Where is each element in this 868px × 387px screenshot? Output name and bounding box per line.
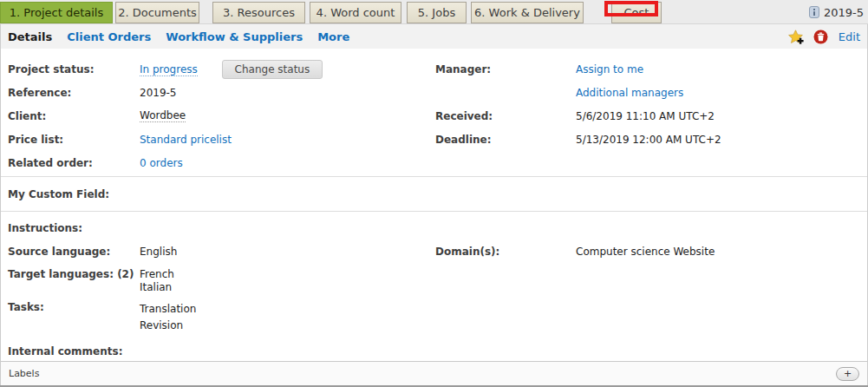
reference-label: Reference: <box>1 87 140 99</box>
price-list-label: Price list: <box>1 134 140 146</box>
client-label: Client: <box>1 110 140 122</box>
section-general: Project status: In progress Change statu… <box>1 49 867 177</box>
project-reference: 2019-5 <box>824 6 864 19</box>
subtab-actions: Edit <box>788 29 860 44</box>
field-row-related-order: Related order: 0 orders <box>1 151 867 174</box>
internal-comments-label: Internal comments: <box>1 345 140 357</box>
tab-documents[interactable]: 2. Documents <box>115 2 199 23</box>
main-tab-bar: 1. Project details 2. Documents 3. Resou… <box>0 0 868 24</box>
additional-managers-link[interactable]: Additional managers <box>576 87 683 99</box>
delete-icon[interactable] <box>813 29 829 44</box>
section-languages-right: Domain(s): Computer science Website <box>435 239 864 263</box>
received-value: 5/6/2019 11:10 AM UTC+2 <box>576 110 715 122</box>
section-custom-fields: My Custom Field: <box>1 177 867 212</box>
subtab-more[interactable]: More <box>317 30 349 43</box>
project-reference-group: 2019-5 <box>809 0 868 24</box>
tab-cost[interactable]: Cost <box>611 2 662 23</box>
field-row-instructions: Instructions: <box>1 216 867 239</box>
labels-bar: Labels + <box>1 361 867 385</box>
project-details-panel: Project status: In progress Change statu… <box>1 49 867 363</box>
manager-label: Manager: <box>435 63 576 75</box>
edit-link[interactable]: Edit <box>839 30 860 43</box>
domains-value: Computer science Website <box>576 246 715 258</box>
deadline-value: 5/13/2019 12:00 AM UTC+2 <box>576 134 721 146</box>
tab-project-details[interactable]: 1. Project details <box>0 2 113 23</box>
target-language-value: Italian <box>140 281 174 294</box>
field-row-tasks: Tasks: Translation Revision <box>1 298 867 338</box>
project-status-label: Project status: <box>1 63 140 75</box>
custom-field-label: My Custom Field: <box>1 188 109 200</box>
tab-resources[interactable]: 3. Resources <box>212 2 305 23</box>
field-row-additional-managers: Additional managers <box>435 81 864 104</box>
instructions-label: Instructions: <box>1 222 140 234</box>
field-row-internal-comments: Internal comments: <box>1 339 867 363</box>
domains-label: Domain(s): <box>435 246 576 258</box>
subtab-workflow-suppliers[interactable]: Workflow & Suppliers <box>166 30 303 43</box>
price-list-link[interactable]: Standard pricelist <box>140 134 232 146</box>
target-language-value: French <box>140 268 174 281</box>
source-language-value: English <box>140 246 177 258</box>
deadline-label: Deadline: <box>435 134 576 146</box>
section-general-right: Manager: Assign to me Additional manager… <box>435 57 864 151</box>
subtab-client-orders[interactable]: Client Orders <box>67 30 151 43</box>
field-row-target-languages: Target languages: (2) French Italian <box>1 263 867 298</box>
labels-title: Labels <box>9 368 39 379</box>
sub-tab-bar: Details Client Orders Workflow & Supplie… <box>1 24 867 49</box>
project-window: 1. Project details 2. Documents 3. Resou… <box>0 0 868 387</box>
reference-value: 2019-5 <box>140 87 177 99</box>
project-status-link[interactable]: In progress <box>140 63 198 76</box>
task-value: Translation <box>140 301 196 318</box>
related-order-link[interactable]: 0 orders <box>140 157 183 169</box>
field-row-deadline: Deadline: 5/13/2019 12:00 AM UTC+2 <box>435 128 864 151</box>
section-languages: Instructions: Source language: English T… <box>1 212 867 363</box>
body-wrap: Details Client Orders Workflow & Supplie… <box>0 24 868 385</box>
target-languages-label: Target languages: (2) <box>1 268 140 281</box>
info-icon <box>809 6 819 18</box>
related-order-label: Related order: <box>1 157 140 169</box>
add-label-button[interactable]: + <box>836 367 859 381</box>
field-row-domains: Domain(s): Computer science Website <box>435 239 864 263</box>
task-value: Revision <box>140 318 196 334</box>
field-row-received: Received: 5/6/2019 11:10 AM UTC+2 <box>435 104 864 128</box>
favorite-add-icon[interactable] <box>788 29 804 44</box>
source-language-label: Source language: <box>1 246 140 258</box>
assign-to-me-link[interactable]: Assign to me <box>576 63 643 75</box>
tasks-label: Tasks: <box>1 301 140 314</box>
field-row-manager: Manager: Assign to me <box>435 57 864 81</box>
subtab-details[interactable]: Details <box>8 30 52 43</box>
tab-work-delivery[interactable]: 6. Work & Delivery <box>471 2 584 23</box>
received-label: Received: <box>435 110 576 122</box>
tab-jobs[interactable]: 5. Jobs <box>407 2 467 23</box>
change-status-button[interactable]: Change status <box>222 60 323 79</box>
tab-word-count[interactable]: 4. Word count <box>310 2 401 23</box>
client-value[interactable]: Wordbee <box>140 109 186 122</box>
